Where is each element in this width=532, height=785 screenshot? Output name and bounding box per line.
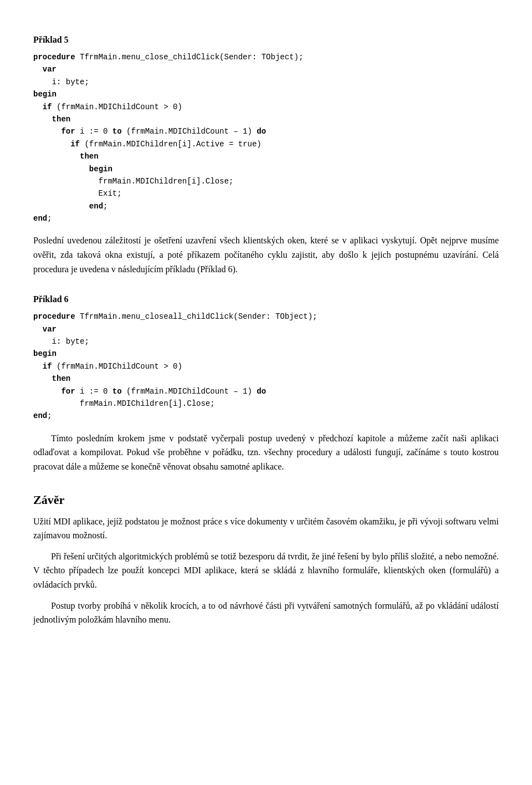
example5-title: Příklad 5 — [33, 33, 499, 47]
example6-title: Příklad 6 — [33, 293, 499, 306]
example6-section: Příklad 6 procedure TfrmMain.menu_closea… — [33, 293, 499, 473]
example6-para1: Tímto posledním krokem jsme v podstatě v… — [33, 431, 499, 474]
conclusion-para2: Při řešení určitých algoritmických probl… — [33, 549, 499, 592]
conclusion-title: Závěr — [33, 491, 499, 509]
example6-code: procedure TfrmMain.menu_closeall_childCl… — [33, 310, 499, 422]
example5-para1: Poslední uvedenou záležitostí je ošetřen… — [33, 233, 499, 276]
example5-code: procedure TfrmMain.menu_close_childClick… — [33, 51, 499, 225]
conclusion-para1: Užití MDI aplikace, jejíž podstatou je m… — [33, 514, 499, 543]
conclusion-para3: Postup tvorby probíhá v několik krocích,… — [33, 599, 499, 627]
conclusion-section: Závěr Užití MDI aplikace, jejíž podstato… — [33, 491, 499, 627]
example5-section: Příklad 5 procedure TfrmMain.menu_close_… — [33, 33, 499, 276]
